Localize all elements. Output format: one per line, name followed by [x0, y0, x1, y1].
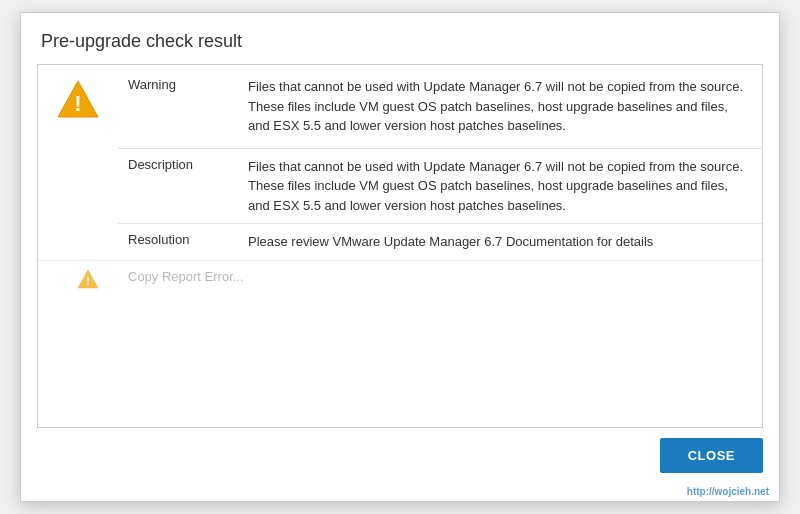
partial-row-text: Copy Report Error...: [128, 269, 752, 284]
description-row: Description Files that cannot be used wi…: [38, 148, 762, 224]
resolution-row: Resolution Please review VMware Update M…: [38, 224, 762, 260]
dialog-footer: CLOSE http://wojcieh.net: [21, 428, 779, 501]
warning-triangle-icon: !: [56, 79, 100, 122]
resolution-label: Resolution: [118, 224, 238, 260]
dialog-title: Pre-upgrade check result: [21, 13, 779, 64]
close-button[interactable]: CLOSE: [660, 438, 763, 473]
warning-icon-cell: !: [38, 65, 118, 260]
table-row: ! Warning Files that cannot be used with…: [38, 65, 762, 148]
partial-warning-row: ! Copy Report Error...: [38, 260, 762, 300]
description-value: Files that cannot be used with Update Ma…: [238, 148, 762, 224]
resolution-value: Please review VMware Update Manager 6.7 …: [238, 224, 762, 260]
pre-upgrade-dialog: Pre-upgrade check result !: [20, 12, 780, 502]
watermark: http://wojcieh.net: [687, 486, 769, 497]
warning-value: Files that cannot be used with Update Ma…: [238, 65, 762, 148]
svg-text:!: !: [86, 275, 90, 287]
partial-icon-cell: !: [48, 269, 128, 292]
description-label: Description: [118, 148, 238, 224]
warning-label: Warning: [118, 65, 238, 148]
svg-text:!: !: [74, 91, 81, 116]
results-table: ! Warning Files that cannot be used with…: [38, 65, 762, 260]
results-table-container[interactable]: ! Warning Files that cannot be used with…: [37, 64, 763, 428]
dialog-content: ! Warning Files that cannot be used with…: [21, 64, 779, 428]
